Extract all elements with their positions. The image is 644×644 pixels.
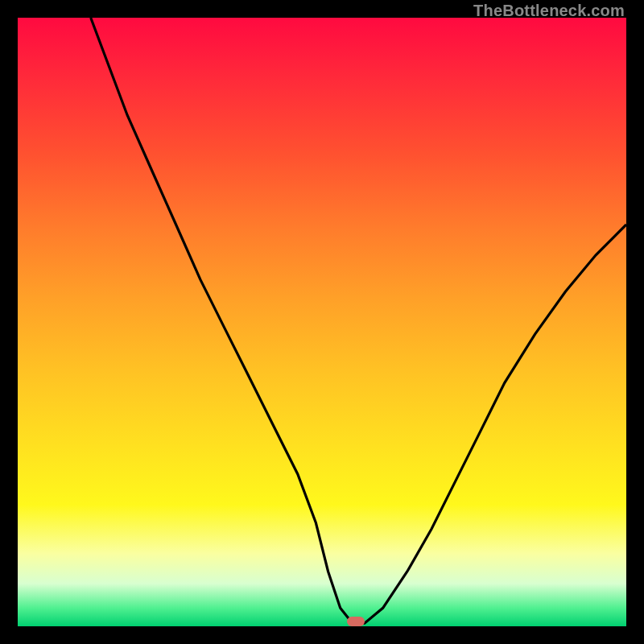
bottleneck-curve <box>18 18 626 626</box>
plot-area <box>18 18 626 626</box>
curve-path <box>91 18 626 623</box>
optimal-point-marker <box>347 617 365 626</box>
chart-frame: TheBottleneck.com <box>0 0 644 644</box>
